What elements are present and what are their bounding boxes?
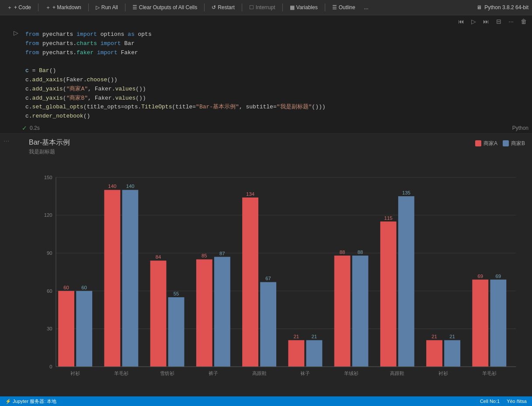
output-menu-icon[interactable]: ··· bbox=[3, 137, 9, 145]
svg-text:134: 134 bbox=[246, 191, 254, 197]
svg-rect-59 bbox=[490, 280, 506, 367]
bar-chart: 03060901201506060衬衫140140羊毛衫8455雪纺衫8587裤… bbox=[29, 156, 525, 392]
svg-text:羊绒衫: 羊绒衫 bbox=[344, 371, 358, 376]
chart-titles: Bar-基本示例 我是副标题 bbox=[29, 138, 70, 156]
svg-rect-32 bbox=[242, 198, 258, 367]
execution-time: 0.2s bbox=[30, 125, 40, 131]
more-button[interactable]: ... bbox=[361, 3, 372, 12]
separator-6 bbox=[282, 3, 283, 11]
svg-rect-49 bbox=[398, 196, 414, 367]
chart-subtitle: 我是副标题 bbox=[29, 148, 70, 156]
interrupt-icon: ☐ bbox=[249, 4, 254, 10]
status-bar-right: Cell No:1 Yèo ñitsa bbox=[480, 399, 527, 404]
separator-2 bbox=[88, 3, 89, 11]
svg-text:0: 0 bbox=[49, 364, 52, 369]
svg-rect-47 bbox=[380, 222, 396, 367]
restart-button[interactable]: ↺ Restart bbox=[208, 3, 238, 12]
clear-outputs-button[interactable]: ☰ Clear Outputs of All Cells bbox=[129, 3, 201, 12]
separator-4 bbox=[204, 3, 205, 11]
svg-text:羊毛衫: 羊毛衫 bbox=[482, 371, 497, 376]
legend-color-a bbox=[475, 140, 481, 146]
kernel-icon: 🖥 bbox=[476, 4, 482, 10]
status-row: ✓ 0.2s Python bbox=[0, 124, 532, 134]
svg-rect-14 bbox=[76, 291, 92, 367]
cell-code[interactable]: from pyecharts import options as optsfro… bbox=[22, 28, 532, 124]
run-below-icon[interactable]: ⏭ bbox=[481, 17, 491, 26]
separator-3 bbox=[125, 3, 125, 11]
legend-item-b: 商家B bbox=[503, 140, 525, 147]
svg-rect-22 bbox=[150, 260, 167, 367]
variables-button[interactable]: ▦ Variables bbox=[286, 3, 321, 12]
separator-1 bbox=[38, 3, 38, 11]
svg-rect-29 bbox=[214, 257, 230, 367]
svg-text:55: 55 bbox=[174, 291, 179, 296]
svg-rect-17 bbox=[104, 190, 120, 367]
svg-text:袜子: 袜子 bbox=[300, 371, 310, 376]
svg-rect-57 bbox=[472, 280, 488, 367]
code-cell: ▷ from pyecharts import options as optsf… bbox=[0, 28, 532, 124]
svg-text:69: 69 bbox=[496, 274, 501, 279]
add-markdown-button[interactable]: ＋ + Markdown bbox=[42, 3, 85, 13]
svg-text:115: 115 bbox=[384, 215, 393, 221]
status-bar: ⚡ Jupyter 服务器: 本地 Cell No:1 Yèo ñitsa bbox=[0, 396, 532, 406]
svg-text:30: 30 bbox=[47, 326, 52, 331]
svg-text:21: 21 bbox=[449, 334, 455, 339]
svg-text:87: 87 bbox=[219, 251, 225, 256]
svg-text:21: 21 bbox=[431, 334, 437, 339]
svg-text:88: 88 bbox=[358, 250, 363, 255]
chart-header: Bar-基本示例 我是副标题 商家A 商家B bbox=[29, 138, 525, 156]
svg-text:140: 140 bbox=[108, 184, 116, 189]
svg-rect-24 bbox=[168, 297, 184, 367]
svg-text:60: 60 bbox=[47, 288, 52, 294]
chart-legend: 商家A 商家B bbox=[475, 138, 525, 147]
legend-label-b: 商家B bbox=[511, 140, 525, 147]
more-cell-icon[interactable]: ··· bbox=[507, 17, 515, 26]
svg-text:69: 69 bbox=[477, 274, 483, 279]
cell-language: Python bbox=[512, 125, 529, 131]
svg-text:高跟鞋: 高跟鞋 bbox=[252, 371, 267, 376]
svg-text:90: 90 bbox=[47, 250, 52, 256]
svg-text:85: 85 bbox=[202, 253, 207, 258]
run-button[interactable]: ▷ bbox=[14, 29, 18, 36]
separator-7 bbox=[325, 3, 325, 11]
run-above-icon[interactable]: ⏮ bbox=[456, 17, 466, 26]
svg-text:67: 67 bbox=[265, 276, 271, 281]
svg-text:140: 140 bbox=[126, 184, 134, 189]
svg-text:135: 135 bbox=[402, 190, 410, 195]
add-code-button[interactable]: ＋ + Code bbox=[3, 3, 35, 13]
restart-icon: ↺ bbox=[212, 4, 216, 10]
svg-text:高跟鞋: 高跟鞋 bbox=[390, 371, 404, 376]
cell-number: Cell No:1 bbox=[480, 399, 500, 404]
svg-rect-34 bbox=[260, 282, 276, 367]
cell-gutter: ▷ bbox=[0, 28, 22, 124]
plus-icon: ＋ bbox=[45, 4, 51, 11]
top-toolbar: ＋ + Code ＋ + Markdown ▷ Run All ☰ Clear … bbox=[0, 0, 532, 15]
svg-text:21: 21 bbox=[294, 334, 299, 339]
delete-cell-icon[interactable]: 🗑 bbox=[519, 17, 529, 26]
svg-text:羊毛衫: 羊毛衫 bbox=[114, 371, 129, 376]
split-icon[interactable]: ⊟ bbox=[494, 17, 503, 26]
svg-text:衬衫: 衬衫 bbox=[70, 371, 80, 376]
toolbar-right: 🖥 Python 3.8.2 64-bit bbox=[476, 4, 529, 10]
svg-text:150: 150 bbox=[44, 175, 52, 180]
svg-rect-12 bbox=[58, 291, 74, 367]
svg-rect-52 bbox=[426, 340, 442, 367]
svg-rect-27 bbox=[196, 259, 212, 367]
interrupt-button[interactable]: ☐ Interrupt bbox=[246, 3, 279, 12]
run-all-button[interactable]: ▷ Run All bbox=[92, 3, 122, 12]
chart-title: Bar-基本示例 bbox=[29, 138, 70, 147]
svg-rect-39 bbox=[306, 340, 322, 367]
run-all-icon: ▷ bbox=[96, 4, 100, 10]
legend-item-a: 商家A bbox=[475, 140, 497, 147]
svg-text:雪纺衫: 雪纺衫 bbox=[160, 371, 174, 376]
legend-color-b bbox=[503, 140, 509, 146]
chart-container: Bar-基本示例 我是副标题 商家A 商家B 03060901201506060… bbox=[22, 134, 532, 396]
outline-button[interactable]: ☰ Outline bbox=[329, 3, 359, 12]
svg-rect-37 bbox=[288, 340, 304, 367]
svg-rect-19 bbox=[122, 190, 138, 367]
jupyter-status: ⚡ Jupyter 服务器: 本地 bbox=[5, 398, 56, 405]
run-cell-icon[interactable]: ▷ bbox=[469, 17, 478, 26]
output-area: ··· Bar-基本示例 我是副标题 商家A 商家B 03060901201 bbox=[0, 134, 532, 396]
svg-rect-54 bbox=[444, 340, 460, 367]
svg-rect-44 bbox=[352, 256, 369, 367]
